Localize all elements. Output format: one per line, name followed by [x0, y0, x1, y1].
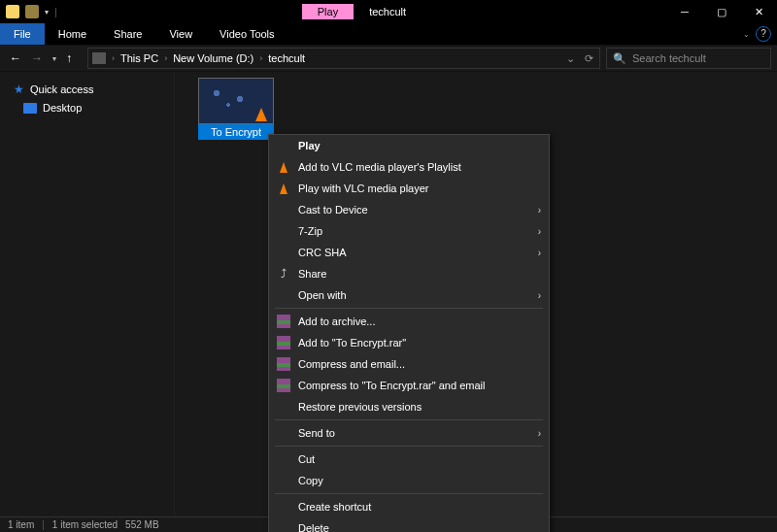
menu-item-cast[interactable]: Cast to Device› — [269, 199, 549, 220]
status-selected: 1 item selected — [52, 519, 118, 530]
share-tab[interactable]: Share — [100, 23, 155, 45]
archive-icon — [277, 315, 290, 328]
folder-icon — [6, 5, 19, 18]
separator — [275, 446, 543, 447]
separator — [275, 308, 543, 309]
title-bar: ▾ | Play techcult ─ ▢ ✕ — [0, 0, 777, 23]
star-icon: ★ — [14, 83, 24, 96]
view-tab[interactable]: View — [155, 23, 206, 45]
back-button[interactable]: ← — [10, 51, 21, 65]
menu-item-add-vlc-playlist[interactable]: Add to VLC media player's Playlist — [269, 156, 549, 178]
play-tab-header: Play — [302, 4, 354, 19]
separator — [275, 419, 543, 420]
file-tab[interactable]: File — [0, 23, 45, 45]
help-icon[interactable]: ? — [756, 26, 771, 42]
sidebar-item-label: Desktop — [43, 102, 82, 114]
chevron-down-icon[interactable]: ▾ — [45, 8, 49, 17]
vlc-cone-icon — [255, 108, 267, 121]
search-placeholder: Search techcult — [632, 52, 706, 64]
contextual-tab-group: Play techcult — [302, 4, 422, 19]
menu-item-play[interactable]: Play — [269, 135, 549, 156]
close-button[interactable]: ✕ — [740, 0, 777, 23]
chevron-right-icon[interactable]: › — [164, 53, 167, 63]
ribbon-tabs: File Home Share View Video Tools ⌄ ? — [0, 23, 777, 45]
minimize-button[interactable]: ─ — [666, 0, 703, 23]
file-item[interactable]: To Encrypt — [198, 78, 274, 140]
status-size: 552 MB — [125, 519, 158, 530]
video-thumbnail — [198, 78, 274, 124]
window-title: techcult — [354, 4, 422, 19]
maximize-button[interactable]: ▢ — [703, 0, 740, 23]
menu-item-copy[interactable]: Copy — [269, 470, 549, 491]
file-label: To Encrypt — [198, 124, 274, 140]
menu-item-7zip[interactable]: 7-Zip› — [269, 220, 549, 242]
sidebar-item-desktop[interactable]: Desktop — [0, 99, 174, 116]
folder-icon — [25, 5, 39, 18]
chevron-right-icon: › — [538, 428, 541, 439]
breadcrumb[interactable]: › This PC › New Volume (D:) › techcult ⌄… — [87, 48, 600, 69]
home-tab[interactable]: Home — [45, 23, 100, 45]
crumb-folder[interactable]: techcult — [268, 52, 305, 64]
desktop-icon — [23, 103, 37, 114]
search-icon: 🔍 — [613, 52, 626, 65]
ribbon-expand-icon[interactable]: ⌄ — [743, 30, 750, 39]
chevron-right-icon: › — [538, 205, 541, 216]
quick-access-toolbar: ▾ | — [0, 5, 57, 18]
navigation-pane: ★ Quick access Desktop — [0, 72, 175, 516]
sidebar-item-quick-access[interactable]: ★ Quick access — [0, 80, 174, 99]
pc-icon — [92, 52, 106, 64]
menu-item-compress-email[interactable]: Compress and email... — [269, 353, 549, 375]
forward-button[interactable]: → — [31, 51, 43, 65]
archive-icon — [277, 357, 290, 371]
context-menu: Play Add to VLC media player's Playlist … — [268, 134, 550, 532]
menu-item-compress-rar-email[interactable]: Compress to "To Encrypt.rar" and email — [269, 375, 549, 396]
menu-item-send-to[interactable]: Send to› — [269, 422, 549, 444]
video-tools-tab[interactable]: Video Tools — [206, 23, 287, 45]
chevron-right-icon[interactable]: › — [112, 53, 115, 63]
crumb-this-pc[interactable]: This PC — [120, 52, 158, 64]
separator — [275, 493, 543, 494]
menu-item-restore[interactable]: Restore previous versions — [269, 396, 549, 417]
menu-item-delete[interactable]: Delete — [269, 517, 549, 532]
sidebar-item-label: Quick access — [30, 83, 93, 95]
chevron-right-icon: › — [538, 226, 541, 237]
status-item-count: 1 item — [8, 519, 34, 530]
refresh-icon[interactable]: ⟳ — [585, 52, 593, 65]
chevron-right-icon[interactable]: › — [259, 53, 262, 63]
archive-icon — [277, 379, 290, 392]
share-icon: ⤴ — [281, 267, 287, 281]
address-bar: ← → ▾ ↑ › This PC › New Volume (D:) › te… — [0, 45, 777, 72]
menu-item-add-rar[interactable]: Add to "To Encrypt.rar" — [269, 332, 549, 353]
archive-icon — [277, 336, 290, 349]
up-button[interactable]: ↑ — [66, 51, 72, 65]
menu-item-cut[interactable]: Cut — [269, 449, 549, 470]
menu-item-crc-sha[interactable]: CRC SHA› — [269, 242, 549, 263]
chevron-right-icon: › — [538, 248, 541, 258]
chevron-right-icon: › — [538, 290, 541, 301]
crumb-volume[interactable]: New Volume (D:) — [173, 52, 253, 64]
menu-item-play-vlc[interactable]: Play with VLC media player — [269, 178, 549, 199]
menu-item-add-archive[interactable]: Add to archive... — [269, 311, 549, 332]
vlc-cone-icon — [280, 183, 287, 194]
chevron-down-icon[interactable]: ⌄ — [566, 52, 575, 65]
menu-item-create-shortcut[interactable]: Create shortcut — [269, 496, 549, 517]
menu-item-share[interactable]: ⤴Share — [269, 263, 549, 284]
recent-locations-icon[interactable]: ▾ — [52, 54, 56, 63]
vlc-cone-icon — [280, 162, 287, 173]
menu-item-open-with[interactable]: Open with› — [269, 284, 549, 306]
search-input[interactable]: 🔍 Search techcult — [606, 48, 771, 69]
